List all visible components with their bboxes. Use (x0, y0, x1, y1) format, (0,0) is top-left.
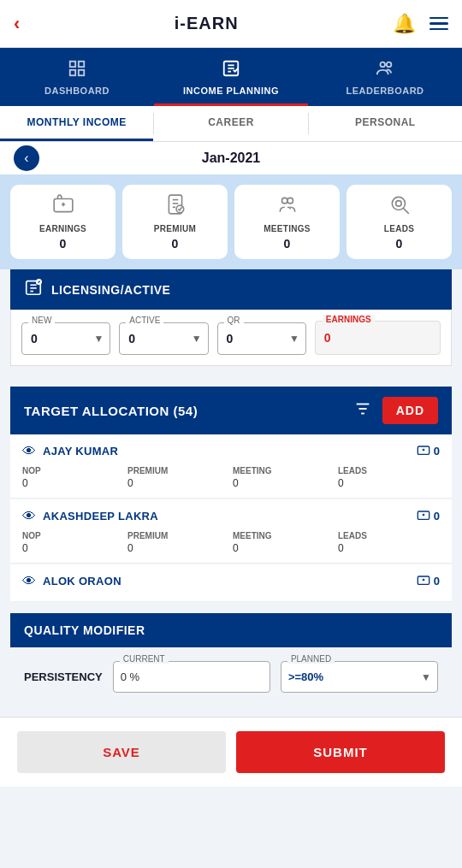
svg-point-9 (387, 62, 392, 68)
meeting-label: MEETING (233, 466, 335, 475)
person-stat: NOP 0 (22, 466, 124, 489)
leads-icon (388, 193, 411, 221)
meeting-value: 0 (233, 477, 335, 489)
submit-button[interactable]: SUBMIT (236, 731, 445, 773)
persistency-row: PERSISTENCY CURRENT PLANNED >=80% >=70% … (24, 661, 438, 693)
leaderboard-icon (376, 59, 394, 82)
target-title: TARGET ALLOCATION (54) (24, 404, 198, 418)
person-name-row-akashdeep: 👁 AKASHDEEP LAKRA (22, 509, 158, 524)
leads-label: LEADS (338, 466, 440, 475)
app-title: i-EARN (175, 14, 239, 33)
leads-label: LEADS (338, 531, 440, 540)
persistency-planned-label: PLANNED (287, 654, 335, 664)
persistency-planned-select[interactable]: >=80% >=70% >=60% <60% (281, 661, 438, 693)
stat-leads: LEADS 0 (346, 185, 452, 259)
nop-value: 0 (22, 542, 124, 554)
active-field: ACTIVE 0 1 2 ▼ (119, 322, 208, 355)
meetings-icon (276, 193, 299, 221)
persistency-label: PERSISTENCY (24, 670, 103, 683)
licensing-earnings-box: EARNINGS 0 (315, 321, 441, 355)
tab-income-planning-label: INCOME PLANNING (183, 86, 279, 96)
earnings-value: 0 (60, 237, 67, 251)
person-name-row-ajay: 👁 AJAY KUMAR (22, 444, 118, 459)
nop-value: 0 (22, 477, 124, 489)
qr-label: QR (224, 316, 244, 325)
tab-dashboard-label: DASHBOARD (44, 86, 110, 96)
person-name-ajay: AJAY KUMAR (43, 445, 118, 458)
person-earnings-alok: 0 (417, 573, 440, 589)
earnings-label: EARNINGS (39, 224, 86, 233)
person-stat: PREMIUM 0 (127, 466, 229, 489)
person-stat: PREMIUM 0 (127, 531, 229, 554)
quality-title: QUALITY MODIFIER (24, 623, 145, 637)
svg-rect-3 (79, 70, 84, 75)
menu-button[interactable] (429, 17, 448, 31)
svg-point-8 (381, 62, 386, 68)
tab-income-planning[interactable]: INCOME PLANNING (154, 48, 308, 106)
premium-label: PREMIUM (127, 531, 229, 540)
person-name-akashdeep: AKASHDEEP LAKRA (43, 510, 158, 523)
premium-value: 0 (127, 477, 229, 489)
person-card-akashdeep: 👁 AKASHDEEP LAKRA 0 NOP 0 PREMIUM (10, 499, 452, 564)
prev-month-button[interactable]: ‹ (14, 145, 39, 171)
eye-icon-ajay[interactable]: 👁 (22, 444, 36, 459)
quality-section: QUALITY MODIFIER PERSISTENCY CURRENT PLA… (10, 613, 452, 706)
earnings-icon-ajay (417, 443, 430, 459)
tab-dashboard[interactable]: DASHBOARD (0, 48, 154, 106)
leads-value: 0 (396, 237, 403, 251)
back-button[interactable]: ‹ (14, 13, 20, 35)
licensing-icon (24, 278, 43, 301)
person-earnings-ajay: 0 (417, 443, 440, 459)
filter-icon[interactable] (353, 399, 372, 422)
persistency-current-input[interactable] (113, 661, 270, 693)
leads-label: LEADS (384, 224, 414, 233)
person-stats-akashdeep: NOP 0 PREMIUM 0 MEETING 0 LEADS 0 (22, 531, 440, 554)
person-stat: LEADS 0 (338, 531, 440, 554)
eye-icon-alok[interactable]: 👁 (22, 574, 36, 589)
tab-leaderboard[interactable]: LEADERBOARD (308, 48, 462, 106)
stat-premium: PREMIUM 0 (122, 185, 228, 259)
bell-icon[interactable]: 🔔 (393, 13, 416, 35)
premium-value: 0 (127, 542, 229, 554)
qr-field: QR 0 1 2 ▼ (217, 322, 306, 355)
person-header-alok: 👁 ALOK ORAON 0 (22, 573, 440, 589)
sub-tab-monthly-income[interactable]: MONTHLY INCOME (0, 106, 153, 141)
person-earnings-value-ajay: 0 (434, 445, 440, 458)
stat-meetings: MEETINGS 0 (234, 185, 340, 259)
current-month: Jan-2021 (202, 151, 261, 166)
income-planning-icon (222, 59, 240, 82)
earnings-icon-alok (417, 573, 430, 589)
person-card-alok: 👁 ALOK ORAON 0 (10, 564, 452, 602)
svg-rect-1 (79, 62, 84, 67)
tab-leaderboard-label: LEADERBOARD (346, 86, 424, 96)
licensing-section: LICENSING/ACTIVE NEW 0 1 2 ▼ ACTIVE 0 1 … (0, 269, 462, 376)
person-stat: NOP 0 (22, 531, 124, 554)
active-select[interactable]: 0 1 2 (119, 322, 208, 355)
person-header-akashdeep: 👁 AKASHDEEP LAKRA 0 (22, 508, 440, 524)
svg-rect-0 (70, 62, 75, 67)
qr-select[interactable]: 0 1 2 (217, 322, 306, 355)
save-button[interactable]: SAVE (17, 731, 226, 773)
sub-tabs: MONTHLY INCOME CAREER PERSONAL (0, 106, 462, 142)
app-header: ‹ i-EARN 🔔 (0, 0, 462, 48)
person-stat: MEETING 0 (233, 466, 335, 489)
eye-icon-akashdeep[interactable]: 👁 (22, 509, 36, 524)
leads-value: 0 (338, 542, 440, 554)
sub-tab-personal[interactable]: PERSONAL (309, 106, 462, 141)
add-button[interactable]: ADD (382, 397, 438, 424)
active-label: ACTIVE (126, 316, 163, 325)
meetings-value: 0 (284, 237, 291, 251)
sub-tab-career[interactable]: CAREER (154, 106, 307, 141)
header-right: 🔔 (393, 13, 448, 35)
new-select[interactable]: 0 1 2 (21, 322, 110, 355)
quality-header: QUALITY MODIFIER (10, 613, 452, 647)
licensing-title: LICENSING/ACTIVE (51, 283, 170, 297)
leads-value: 0 (338, 477, 440, 489)
person-earnings-akashdeep: 0 (417, 508, 440, 524)
person-earnings-value-alok: 0 (434, 575, 440, 588)
target-header: TARGET ALLOCATION (54) ADD (10, 387, 452, 434)
earnings-icon-akashdeep (417, 508, 430, 524)
nop-label: NOP (22, 466, 124, 475)
licensing-earnings-value: 0 (324, 331, 331, 345)
bottom-bar: SAVE SUBMIT (0, 717, 462, 787)
